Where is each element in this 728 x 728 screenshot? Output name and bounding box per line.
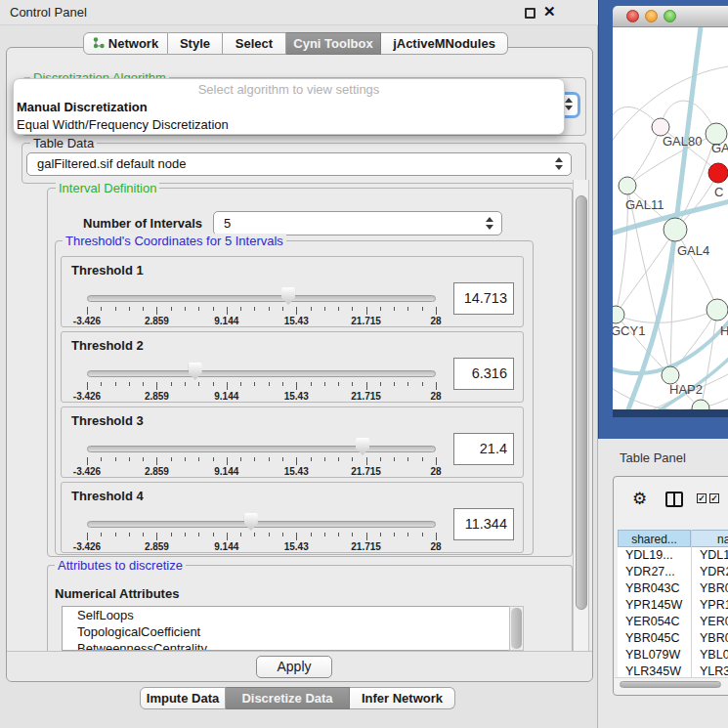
list-item[interactable]: TopologicalCoefficient <box>63 623 523 640</box>
network-node[interactable] <box>708 163 728 183</box>
tick-mark <box>380 382 381 386</box>
tick-label: 9.144 <box>200 466 253 477</box>
tick-mark <box>324 533 325 536</box>
slider-thumb[interactable] <box>189 363 202 380</box>
table-header-shared[interactable]: shared... <box>618 530 691 547</box>
tick-mark <box>185 382 186 386</box>
tab-impute-data[interactable]: Impute Data <box>140 687 226 709</box>
slider-thumb[interactable] <box>244 513 258 531</box>
slider-track[interactable] <box>87 446 436 452</box>
table-column-divider <box>691 530 692 678</box>
float-window-icon[interactable] <box>525 8 535 19</box>
number-of-intervals-combo[interactable]: 5 <box>213 211 502 236</box>
table-cell-shared-name: YDR27... <box>625 564 675 580</box>
attributes-list-scrollbar[interactable] <box>509 606 524 651</box>
table-data-title: Table Data <box>30 136 97 150</box>
network-node-label: GCY1 <box>613 323 645 338</box>
tick-mark <box>115 457 116 461</box>
tick-mark <box>394 533 395 536</box>
checkbox-icon[interactable]: ✓ <box>709 493 719 503</box>
table-header-name[interactable]: na <box>691 530 728 547</box>
tick-label: 15.43 <box>270 316 322 326</box>
dropdown-option[interactable]: Equal Width/Frequency Discretization <box>17 117 229 132</box>
tick-label: 2.859 <box>130 541 183 552</box>
tab-infer-network[interactable]: Infer Network <box>350 687 455 709</box>
bottom-tab-bar: Impute DataDiscretize DataInfer Network <box>140 687 456 709</box>
network-node[interactable] <box>613 306 624 323</box>
tick-label: 9.144 <box>200 391 253 402</box>
close-icon[interactable]: ✕ <box>543 3 556 21</box>
slider-ruler: -3.4262.8599.14415.4321.71528 <box>87 457 437 477</box>
tick-mark <box>269 533 270 536</box>
tick-mark <box>240 457 241 461</box>
content-scrollbar[interactable] <box>573 180 589 651</box>
threshold-value-field[interactable]: 14.713 <box>453 282 514 315</box>
slider-thumb[interactable] <box>356 438 369 455</box>
node-table[interactable]: YDL19...YDL1YDR27...YDR2YBR043CYBR0YPR14… <box>618 547 728 689</box>
list-item[interactable]: BetweennessCentrality <box>63 640 523 651</box>
table-row[interactable]: YPR145WYPR1 <box>618 597 728 614</box>
slider-track[interactable] <box>87 370 436 377</box>
tick-label: -3.426 <box>61 541 113 552</box>
columns-icon[interactable] <box>665 492 683 507</box>
zoom-traffic-light-icon[interactable] <box>664 10 676 22</box>
attributes-list-scrollbar-thumb[interactable] <box>511 608 522 649</box>
tick-mark <box>129 382 130 386</box>
table-cell-shared-name: YPR145W <box>625 597 682 614</box>
tab-style[interactable]: Style <box>168 32 223 55</box>
table-data-combo[interactable]: galFiltered.sif default node <box>26 152 572 176</box>
tab-select[interactable]: Select <box>223 32 286 55</box>
tick-mark <box>380 533 381 536</box>
number-of-intervals-value: 5 <box>224 216 231 231</box>
numerical-attributes-list[interactable]: SelfLoopsTopologicalCoefficientBetweenne… <box>62 606 524 651</box>
tab-discretize-data[interactable]: Discretize Data <box>226 687 350 709</box>
table-cell-shared-name: YBL079W <box>625 647 680 664</box>
table-row[interactable]: YER054CYER0 <box>618 614 728 630</box>
algorithm-dropdown-popup: Select algorithm to view settings Manual… <box>13 78 565 135</box>
network-node[interactable] <box>707 299 728 321</box>
gear-icon[interactable]: ⚙ <box>632 489 647 508</box>
table-hscrollbar[interactable] <box>615 677 728 690</box>
network-node-label: GAL11 <box>625 197 664 212</box>
slider-track[interactable] <box>87 521 436 528</box>
list-item[interactable]: SelfLoops <box>63 607 523 623</box>
control-panel-window: Control Panel ✕ NetworkStyleSelectCyni T… <box>0 0 598 728</box>
table-row[interactable]: YBL079WYBL0 <box>618 647 728 664</box>
tick-label: -3.426 <box>61 466 113 477</box>
table-cell-name: YER0 <box>700 614 728 630</box>
tick-label: 28 <box>409 466 462 477</box>
threshold-value-field[interactable]: 11.344 <box>453 508 514 540</box>
network-canvas[interactable]: GAL80GACGAL11GAL4GCY1HHAP2 <box>613 27 728 409</box>
dropdown-option[interactable]: Manual Discretization <box>17 100 148 114</box>
slider-track[interactable] <box>87 295 436 302</box>
table-row[interactable]: YDL19...YDL1 <box>618 547 728 564</box>
tick-mark <box>269 307 270 311</box>
tick-mark <box>115 307 116 311</box>
table-row[interactable]: YBR043CYBR0 <box>618 580 728 597</box>
table-row[interactable]: YBR045CYBR0 <box>618 630 728 647</box>
threshold-value-field[interactable]: 21.4 <box>453 433 514 465</box>
tick-mark <box>436 382 437 390</box>
tick-mark <box>171 307 172 311</box>
tick-mark <box>338 457 339 461</box>
tick-mark <box>324 307 325 311</box>
network-node[interactable] <box>692 400 709 409</box>
content-scrollbar-thumb[interactable] <box>576 195 587 610</box>
tick-mark <box>213 307 214 311</box>
tab-network[interactable]: Network <box>83 32 168 55</box>
minimize-traffic-light-icon[interactable] <box>645 10 658 22</box>
table-cell-name: YBR0 <box>700 580 728 597</box>
table-row[interactable]: YDR27...YDR2 <box>618 564 728 580</box>
network-node[interactable] <box>664 218 687 241</box>
threshold-value-field[interactable]: 6.316 <box>453 358 514 390</box>
tab-cyni-toolbox[interactable]: Cyni Toolbox <box>286 32 381 55</box>
close-traffic-light-icon[interactable] <box>626 10 639 22</box>
apply-button[interactable]: Apply <box>256 656 332 678</box>
network-node[interactable] <box>619 177 636 194</box>
slider-thumb[interactable] <box>281 287 295 305</box>
table-hscrollbar-thumb[interactable] <box>620 681 721 688</box>
tick-mark <box>198 457 199 461</box>
tab-jactivemnodules[interactable]: jActiveMNodules <box>381 32 508 55</box>
checkbox-icon[interactable]: ✓ <box>697 493 707 503</box>
tick-mark <box>87 533 88 540</box>
